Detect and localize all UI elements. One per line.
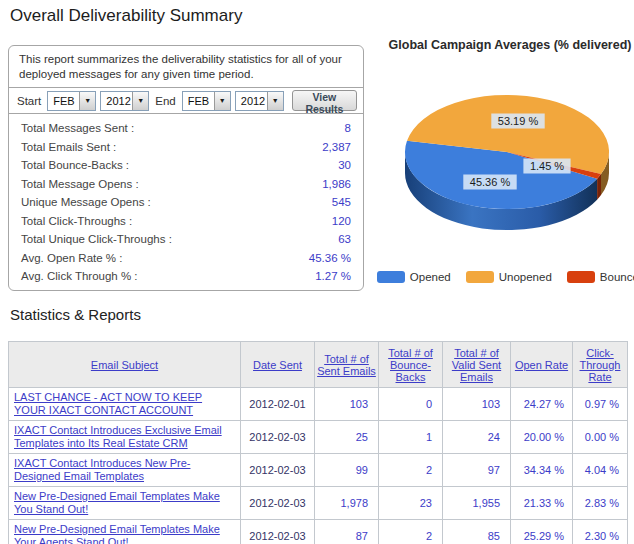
bounce-backs-cell: 2 — [379, 520, 443, 544]
click-rate-cell: 0.00 % — [573, 421, 628, 454]
stat-label: Total Unique Click-Throughs : — [21, 233, 172, 245]
sort-total-sent[interactable]: Total # of Sent Emails — [317, 353, 376, 377]
bounce-backs-cell: 1 — [379, 421, 443, 454]
stat-label: Total Click-Throughs : — [21, 215, 132, 227]
date-sent-cell: 2012-02-03 — [241, 421, 315, 454]
sent-emails-cell: 99 — [315, 454, 379, 487]
sort-valid-sent[interactable]: Total # of Valid Sent Emails — [452, 347, 501, 383]
summary-description: This report summarizes the deliverabilit… — [9, 46, 363, 88]
stat-value: 45.36 % — [309, 252, 351, 264]
stat-label: Avg. Open Rate % : — [21, 252, 122, 264]
stat-label: Total Message Opens : — [21, 178, 139, 190]
stat-value: 2,387 — [322, 141, 351, 153]
stat-label: Unique Message Opens : — [21, 196, 151, 208]
start-label: Start — [17, 95, 41, 107]
stat-row: Total Message Opens :1,986 — [21, 175, 351, 194]
pie-chart: 45.36 %53.19 %1.45 % — [388, 80, 634, 258]
end-year-select[interactable]: 2012 ▼ — [235, 91, 284, 111]
table-row: IXACT Contact Introduces New Pre-Designe… — [9, 454, 628, 487]
chevron-down-icon[interactable]: ▼ — [132, 92, 148, 110]
chart-title: Global Campaign Averages (% delivered) — [384, 38, 634, 52]
summary-panel: This report summarizes the deliverabilit… — [8, 45, 364, 291]
stat-row: Total Bounce-Backs :30 — [21, 156, 351, 175]
table-row: IXACT Contact Introduces Exclusive Email… — [9, 421, 628, 454]
legend-item-bounced: Bounced — [567, 271, 634, 283]
start-year-value: 2012 — [101, 92, 132, 110]
stat-row: Avg. Click Through % :1.27 % — [21, 267, 351, 286]
email-subject-link[interactable]: IXACT Contact Introduces New Pre-Designe… — [14, 457, 190, 482]
page-title: Overall Deliverability Summary — [10, 6, 242, 26]
end-year-value: 2012 — [236, 92, 267, 110]
stat-row: Total Emails Sent :2,387 — [21, 138, 351, 157]
bounced-swatch-icon — [567, 271, 595, 283]
start-month-select[interactable]: FEB ▼ — [47, 91, 96, 111]
open-rate-cell: 25.29 % — [511, 520, 573, 544]
date-sent-cell: 2012-02-03 — [241, 454, 315, 487]
table-header-row: Email Subject Date Sent Total # of Sent … — [9, 342, 628, 388]
legend-label: Opened — [410, 271, 451, 283]
stat-label: Total Emails Sent : — [21, 141, 116, 153]
table-row: New Pre-Designed Email Templates Make Yo… — [9, 487, 628, 520]
bounce-backs-cell: 23 — [379, 487, 443, 520]
stat-row: Avg. Open Rate % :45.36 % — [21, 249, 351, 268]
valid-sent-cell: 97 — [443, 454, 511, 487]
chart-legend: Opened Unopened Bounced — [388, 271, 634, 283]
svg-text:53.19 %: 53.19 % — [498, 115, 539, 127]
legend-item-unopened: Unopened — [466, 271, 552, 283]
bounce-backs-cell: 2 — [379, 454, 443, 487]
legend-label: Bounced — [600, 271, 634, 283]
end-month-select[interactable]: FEB ▼ — [182, 91, 231, 111]
sent-emails-cell: 103 — [315, 388, 379, 421]
valid-sent-cell: 85 — [443, 520, 511, 544]
date-sent-cell: 2012-02-03 — [241, 487, 315, 520]
valid-sent-cell: 24 — [443, 421, 511, 454]
click-rate-cell: 2.30 % — [573, 520, 628, 544]
sort-bounce-backs[interactable]: Total # of Bounce-Backs — [388, 347, 433, 383]
stat-value: 1.27 % — [315, 270, 351, 282]
email-subject-link[interactable]: LAST CHANCE - ACT NOW TO KEEP YOUR IXACT… — [14, 391, 202, 416]
table-row: New Pre-Designed Email Templates Make Yo… — [9, 520, 628, 544]
opened-swatch-icon — [377, 271, 405, 283]
chevron-down-icon[interactable]: ▼ — [79, 92, 95, 110]
open-rate-cell: 20.00 % — [511, 421, 573, 454]
click-rate-cell: 2.83 % — [573, 487, 628, 520]
stat-row: Total Click-Throughs :120 — [21, 212, 351, 231]
sort-email-subject[interactable]: Email Subject — [91, 359, 158, 371]
valid-sent-cell: 1,955 — [443, 487, 511, 520]
email-subject-link[interactable]: New Pre-Designed Email Templates Make Yo… — [14, 523, 220, 544]
stat-value: 30 — [338, 159, 351, 171]
unopened-swatch-icon — [466, 271, 494, 283]
sort-click-through-rate[interactable]: Click-Through Rate — [580, 347, 621, 383]
view-results-button[interactable]: View Results — [292, 90, 357, 111]
stat-value: 545 — [332, 196, 351, 208]
svg-text:45.36 %: 45.36 % — [470, 176, 511, 188]
stat-label: Total Messages Sent : — [21, 122, 134, 134]
end-month-value: FEB — [183, 92, 214, 110]
start-year-select[interactable]: 2012 ▼ — [100, 91, 149, 111]
start-month-value: FEB — [48, 92, 79, 110]
legend-item-opened: Opened — [377, 271, 451, 283]
sent-emails-cell: 25 — [315, 421, 379, 454]
email-subject-link[interactable]: IXACT Contact Introduces Exclusive Email… — [14, 424, 222, 449]
stat-row: Total Messages Sent :8 — [21, 119, 351, 138]
stat-label: Avg. Click Through % : — [21, 270, 138, 282]
table-row: LAST CHANCE - ACT NOW TO KEEP YOUR IXACT… — [9, 388, 628, 421]
sort-open-rate[interactable]: Open Rate — [515, 359, 568, 371]
sent-emails-cell: 1,978 — [315, 487, 379, 520]
email-subject-link[interactable]: New Pre-Designed Email Templates Make Yo… — [14, 490, 220, 515]
stat-value: 63 — [338, 233, 351, 245]
stat-value: 1,986 — [322, 178, 351, 190]
legend-label: Unopened — [499, 271, 552, 283]
stat-label: Total Bounce-Backs : — [21, 159, 129, 171]
sort-date-sent[interactable]: Date Sent — [253, 359, 302, 371]
chevron-down-icon[interactable]: ▼ — [214, 92, 230, 110]
date-sent-cell: 2012-02-01 — [241, 388, 315, 421]
svg-text:1.45 %: 1.45 % — [530, 160, 564, 172]
click-rate-cell: 0.97 % — [573, 388, 628, 421]
stat-value: 120 — [332, 215, 351, 227]
open-rate-cell: 34.34 % — [511, 454, 573, 487]
sent-emails-cell: 87 — [315, 520, 379, 544]
chevron-down-icon[interactable]: ▼ — [267, 92, 283, 110]
bounce-backs-cell: 0 — [379, 388, 443, 421]
stats-list: Total Messages Sent :8 Total Emails Sent… — [9, 114, 363, 286]
